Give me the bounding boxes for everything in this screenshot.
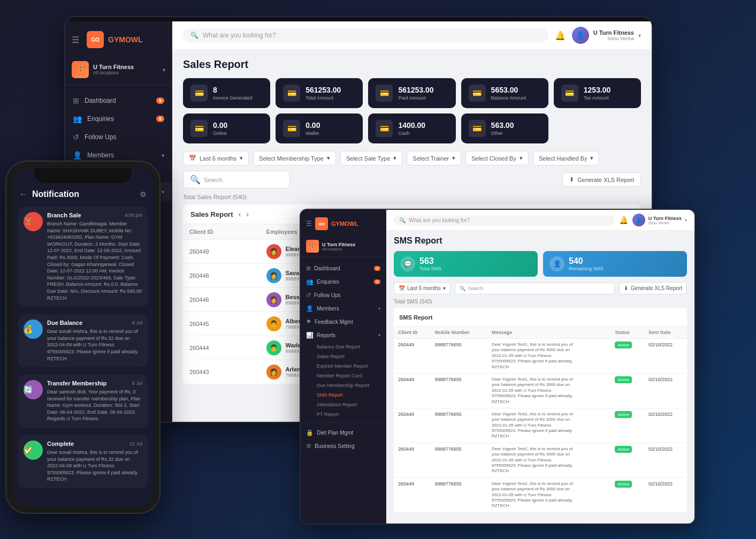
sms-user-sub: Sonu Verma: [648, 221, 682, 225]
stat-icon-other: 💳: [469, 120, 486, 137]
filter-sale-type[interactable]: Select Sale Type ▾: [340, 151, 402, 165]
hamburger-icon[interactable]: ☰: [72, 35, 79, 45]
sms-user-profile[interactable]: 👤 U Turn Fitness Sonu Verma ▾: [632, 214, 687, 226]
sms-cell-mobile: 9988776655: [431, 408, 487, 443]
search-placeholder-text: What are you looking for?: [203, 32, 276, 39]
sms-nav-feedback[interactable]: ⚑ Feedback Mgmt: [301, 315, 386, 329]
filter-membership-label: Select Membership Type: [259, 155, 324, 162]
generate-xls-button[interactable]: ⬇ Generate XLS Report: [562, 172, 641, 187]
stat-icon-invoice: 💳: [190, 85, 208, 102]
sms-cal-icon: 📅: [399, 285, 405, 291]
notification-item[interactable]: 💰 Due Balance 8 Jul Dear sonali mishra, …: [18, 314, 148, 367]
filter-sale-arrow: ▾: [393, 155, 396, 162]
search-bar[interactable]: 🔍 What are you looking for?: [183, 28, 548, 42]
sms-enquiries-icon: 👥: [306, 278, 314, 285]
sms-hamburger-icon[interactable]: ☰: [306, 220, 312, 227]
sms-report-expired[interactable]: Expired Member Report: [311, 361, 386, 371]
sms-diet-icon: 🔒: [306, 429, 314, 436]
stat-value-balance: 5653.00: [491, 86, 526, 94]
user-profile[interactable]: 👤 U Turn Fitness Sonu Verma ▾: [572, 27, 641, 44]
sms-gym-profile[interactable]: 🏋️ U Turn Fitness All locations: [301, 237, 386, 257]
sms-date-arrow: ▾: [443, 285, 446, 291]
table-search-bar[interactable]: 🔍 Search: [183, 171, 290, 188]
sms-nav-diet[interactable]: 🔒 Diet Plan Mgmt: [301, 426, 386, 439]
notif-content: Branch Sale 4:00 pm Branch Name: Gandhin…: [47, 212, 142, 301]
user-name: U Turn Fitness: [593, 29, 634, 36]
notif-title: Complete: [47, 441, 74, 447]
sms-report-attendance[interactable]: Attendance Report: [311, 400, 386, 409]
enquiries-badge: 9: [156, 116, 164, 122]
gym-sub: All locations: [93, 70, 158, 75]
filter-date[interactable]: 📅 Last 6 months ▾: [183, 151, 249, 165]
sms-report-member-card[interactable]: Member Report Card: [311, 371, 386, 381]
stat-info-wallet: 0.00 Wallet: [306, 121, 320, 136]
notification-item[interactable]: ✅ Complete 12 Jul Dear sonali mishra, th…: [18, 435, 148, 488]
sms-nav-reports[interactable]: 📊 Reports ▾: [301, 329, 386, 342]
filter-trainer[interactable]: Select Trainer ▾: [407, 151, 461, 165]
notif-time: 4:00 pm: [125, 212, 142, 218]
sms-generate-button[interactable]: ⬇ Generate XLS Report: [619, 282, 687, 294]
sms-search-bar[interactable]: 🔍 What are you looking for?: [394, 215, 615, 225]
notification-wrapper[interactable]: 🔔: [555, 31, 566, 41]
sidebar-item-followups[interactable]: ↺ Follow Ups: [65, 128, 172, 146]
sms-filter-date[interactable]: 📅 Last 6 months ▾: [394, 282, 450, 294]
sms-notif-icon[interactable]: 🔔: [619, 216, 628, 224]
filter-date-arrow: ▾: [240, 155, 243, 162]
table-search-text: Search: [204, 177, 223, 183]
sms-report-sales[interactable]: Sales Report: [311, 352, 386, 361]
stat-card-paid: 💳 561253.00 Paid Amount: [368, 78, 455, 108]
gym-avatar: 🏋️: [72, 61, 89, 78]
stat-info-balance: 5653.00 Balance Amount: [491, 86, 526, 101]
sms-table-row: 260449 9988776655 Dear Yogesh Test1, thi…: [394, 373, 687, 408]
notification-item[interactable]: 🔄 Transfer Membership 6 Jul Dear santosh…: [18, 375, 148, 428]
filter-closed-by[interactable]: Select Closed By ▾: [465, 151, 529, 165]
sms-cell-status: Active: [610, 373, 644, 408]
table-next-arrow[interactable]: ›: [246, 210, 249, 218]
sms-nav-settings[interactable]: ⚙ Business Setting: [301, 439, 386, 453]
sms-report-sms[interactable]: SMS Report: [311, 390, 386, 400]
sms-cell-mobile: 9988776655: [431, 373, 487, 408]
top-header: 🔍 What are you looking for? 🔔 👤 U Turn F…: [172, 21, 652, 50]
stat-card-total: 💳 561253.00 Total Amount: [276, 78, 363, 108]
notif-content: Complete 12 Jul Dear sonali mishra, this…: [47, 441, 142, 483]
filter-membership[interactable]: Select Membership Type ▾: [253, 151, 336, 165]
stat-label-paid: Paid Amount: [398, 95, 433, 101]
sms-dashboard-icon: ⊞: [306, 265, 311, 272]
sms-logo-box: GO: [315, 217, 328, 230]
stat-card-wallet: 💳 0.00 Wallet: [276, 113, 363, 143]
stat-label-wallet: Wallet: [306, 131, 320, 136]
notif-avatar: 💰: [24, 320, 43, 339]
stat-label-invoice: Invoice Generated: [213, 95, 253, 101]
col-client-id: Client ID: [183, 224, 260, 240]
sms-nav-label-feedback: Feedback Mgmt: [315, 319, 353, 325]
gym-profile[interactable]: 🏋️ U Turn Fitness All locations ▾: [65, 57, 172, 85]
table-prev-arrow[interactable]: ‹: [238, 210, 241, 218]
phone-filter-icon[interactable]: ⚙: [140, 190, 147, 199]
stat-card-balance: 💳 5653.00 Balance Amount: [461, 78, 548, 108]
notification-item[interactable]: 🏋️ Branch Sale 4:00 pm Branch Name: Gand…: [18, 207, 148, 307]
filter-handled-by[interactable]: Select Handled By ▾: [533, 151, 600, 165]
sms-cell-date: 02/10/2022: [644, 373, 687, 408]
cell-client-id: 260444: [183, 336, 260, 360]
sms-table-nav: SMS Report: [394, 308, 687, 327]
sms-report-pt[interactable]: PT Report: [311, 409, 386, 419]
sms-top-header: 🔍 What are you looking for? 🔔 👤 U Turn F…: [386, 210, 694, 231]
back-arrow-icon[interactable]: ←: [19, 189, 28, 199]
sms-reports-arrow: ▾: [378, 333, 380, 338]
sms-page-title: SMS Report: [394, 236, 687, 246]
sms-nav-followups[interactable]: ↺ Follow Ups: [301, 289, 386, 302]
sms-report-balance-due[interactable]: Balance Due Report: [311, 342, 386, 352]
notif-title: Branch Sale: [47, 212, 81, 218]
sms-gym-info: U Turn Fitness All locations: [322, 242, 355, 251]
sms-table-search[interactable]: 🔍 Search: [455, 283, 615, 294]
sidebar-item-dashboard[interactable]: ⊞ Dashboard 9: [65, 92, 172, 110]
sms-nav-members[interactable]: 👤 Members ▾: [301, 302, 386, 315]
notif-time: 12 Jul: [129, 441, 142, 446]
sms-nav-dashboard[interactable]: ⊞ Dashboard 9: [301, 262, 386, 275]
sidebar-item-enquiries[interactable]: 👥 Enquiries 9: [65, 110, 172, 128]
search-icon: 🔍: [190, 32, 198, 39]
download-icon: ⬇: [569, 176, 574, 183]
stat-card-cash: 💳 1400.00 Cash: [368, 113, 455, 143]
sms-nav-enquiries[interactable]: 👥 Enquiries 9: [301, 275, 386, 289]
sms-report-due-membership[interactable]: Due Membership Report: [311, 381, 386, 390]
